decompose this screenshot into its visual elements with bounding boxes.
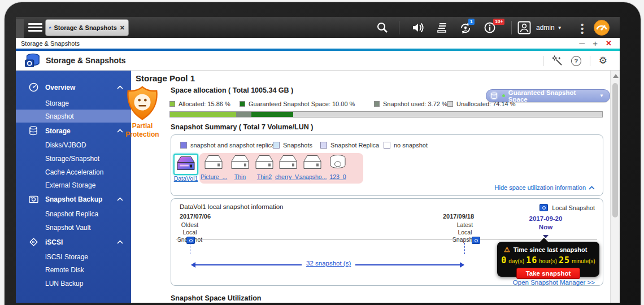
background-tasks-icon[interactable] [436, 21, 449, 34]
legend-snapshot-and-replica: snapshot and snapshot replica [180, 142, 275, 149]
legend-snapshot-used: Snapshot used: 3.72 % [374, 101, 447, 107]
more-options-icon[interactable]: ••• [581, 23, 584, 34]
snapshot-camera-icon [28, 195, 39, 203]
volume-picture[interactable]: Picture_... [201, 154, 227, 180]
storage-disks-icon [28, 126, 39, 136]
sidebar-item-storage-snapshot[interactable]: Storage/Snapshot [16, 152, 131, 165]
minimize-icon[interactable]: — [579, 41, 585, 46]
notifications-badge: 10+ [493, 19, 504, 25]
chevron-up-icon [117, 240, 123, 244]
tooltip-title: Time since last snapshot [514, 246, 588, 253]
search-icon[interactable] [376, 21, 389, 34]
header-separator [543, 56, 543, 66]
volume-thin2[interactable]: Thin2 [251, 154, 277, 180]
caret-down-icon: ▼ [599, 93, 604, 98]
sidebar-item-cache-acceleration[interactable]: Cache Acceleration [16, 165, 131, 178]
timeline-axis [176, 239, 597, 239]
local-snapshot-info-box: DataVol1 local snapshot information Loca… [171, 198, 603, 286]
bar-snapshot-used [236, 112, 251, 117]
volume-thin[interactable]: Thin [227, 154, 253, 180]
time-since-snapshot-tooltip: ⚠ Time since last snapshot 0day(s) 16hou… [497, 242, 599, 277]
sidebar-item-lun-backup[interactable]: LUN Backup [16, 277, 131, 290]
sidebar: Overview Storage Snapshot Storage Disks/… [16, 71, 131, 303]
sidebar-section-iscsi[interactable]: iSCSI [16, 236, 131, 249]
legend-no-snapshot: no snapshot [384, 142, 428, 149]
user-caret-icon: ▼ [558, 25, 562, 30]
user-avatar-icon[interactable] [517, 21, 531, 34]
volume-drive-icon [203, 154, 224, 171]
protection-shield-icon [125, 86, 159, 121]
dashed-connector [190, 243, 190, 254]
chevron-up-icon [117, 85, 123, 89]
tab-close-icon[interactable]: ✕ [120, 24, 125, 32]
volume-datavol1[interactable]: DataVol1 [173, 154, 199, 182]
legend-guaranteed: Guaranteed Snapshot Space: 10.00 % [240, 101, 355, 107]
sidebar-item-disks-vjbod[interactable]: Disks/VJBOD [16, 138, 131, 151]
wizard-wand-icon[interactable] [552, 55, 563, 66]
topbar-separator [399, 21, 399, 34]
snapshot-space-utilization-title: Snapshot Space Utilization [171, 294, 261, 302]
snapshot-camera-icon [539, 204, 548, 211]
sidebar-section-overview[interactable]: Overview [16, 81, 131, 94]
scroll-up-arrow[interactable] [613, 74, 619, 78]
sidebar-section-storage[interactable]: Storage [16, 124, 131, 137]
status-dot [502, 94, 505, 97]
dock-edge [16, 19, 24, 38]
pool-title: Storage Pool 1 [136, 73, 195, 83]
latest-snapshot-date: 2017/09/18 [443, 213, 474, 220]
snapshot-summary-title: Snapshot Summary ( Total 7 Volume/LUN ) [171, 123, 313, 131]
oldest-snapshot-marker [186, 237, 195, 244]
volume-drive-icon [302, 154, 323, 171]
snapshot-summary-box: snapshot and snapshot replica Snapshots … [171, 134, 603, 196]
tab-label: Storage & Snapshots [54, 24, 117, 31]
sidebar-item-external-storage[interactable]: External Storage [16, 178, 131, 191]
user-menu[interactable]: admin ▼ [536, 24, 562, 32]
app-tab-storage-snapshots[interactable]: Storage & Snapshots ✕ [45, 19, 129, 36]
volume-snapsho[interactable]: snapsho... [299, 154, 325, 180]
sidebar-item-storage[interactable]: Storage [16, 97, 131, 110]
sidebar-item-iscsi-storage[interactable]: iSCSI Storage [16, 250, 131, 263]
settings-gear-icon[interactable]: ⚙ [599, 55, 607, 67]
scrollbar-thumb[interactable] [612, 83, 618, 217]
sidebar-item-snapshot-vault[interactable]: Snapshot Vault [16, 221, 131, 234]
help-icon[interactable]: ? [571, 56, 581, 66]
legend-unallocated: Unallocated: 74.14 % [447, 101, 516, 107]
chevron-up-icon [117, 197, 123, 201]
main-menu-icon[interactable] [28, 21, 42, 33]
volume-lun-123[interactable]: 123_0 [325, 154, 351, 180]
latest-snapshot-marker [472, 237, 480, 244]
storage-snapshots-icon [49, 23, 51, 32]
page-title: Storage & Snapshots [46, 56, 126, 65]
volume-icon[interactable] [411, 21, 425, 34]
disk-icon [489, 91, 499, 101]
screen: Storage & Snapshots ✕ 1 [16, 17, 620, 303]
maximize-icon[interactable]: + [593, 39, 598, 47]
snapshot-count-link[interactable]: 32 snapshot (s) [302, 260, 355, 267]
window-title: Storage & Snapshots [21, 40, 579, 47]
volume-drive-icon [176, 155, 196, 172]
selected-volume-highlight [173, 154, 198, 175]
hide-space-utilization-link[interactable]: Hide space utilization information [495, 184, 595, 191]
warning-icon: ⚠ [504, 246, 510, 254]
bar-allocated [170, 112, 236, 117]
time-since-snapshot-value: 0day(s) 16hour(s) 25minute(s) [497, 255, 599, 265]
overview-gauge-icon [28, 82, 39, 92]
topbar-separator [511, 21, 512, 34]
dashboard-gauge-icon[interactable] [593, 19, 610, 36]
username: admin [536, 24, 555, 32]
bar-guaranteed [251, 112, 293, 117]
chevron-up-icon [589, 186, 595, 190]
iscsi-icon [28, 237, 39, 247]
sidebar-section-snapshot-backup[interactable]: Snapshot Backup [16, 193, 131, 206]
volume-drive-icon [230, 154, 250, 171]
bar-unallocated [293, 112, 602, 117]
sync-badge: 1 [468, 19, 475, 25]
window-close-icon[interactable]: ✕ [606, 40, 612, 47]
legend-snapshots: Snapshots [273, 142, 312, 149]
sidebar-item-snapshot-replica[interactable]: Snapshot Replica [16, 207, 131, 220]
open-snapshot-manager-link[interactable]: Open Snapshot Manager >> [513, 277, 595, 287]
sidebar-item-remote-disk[interactable]: Remote Disk [16, 263, 131, 276]
sidebar-item-snapshot[interactable]: Snapshot [16, 110, 131, 123]
volume-cherry[interactable]: cherry_V... [275, 154, 301, 180]
now-marker-label: 2017-09-20 Now [526, 215, 565, 232]
